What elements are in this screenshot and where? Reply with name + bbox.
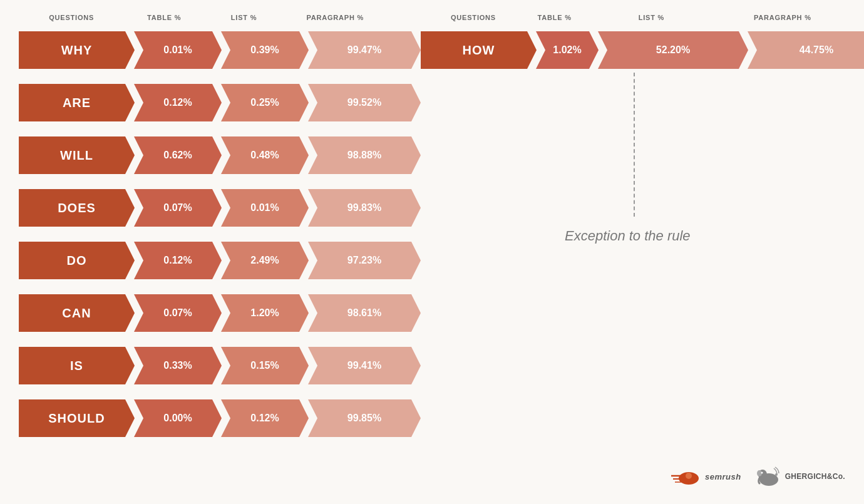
list-how: 52.20%: [598, 31, 748, 69]
table-will: 0.62%: [134, 136, 222, 174]
col-header-questions-2: QUESTIONS: [421, 11, 526, 23]
svg-point-8: [761, 472, 763, 474]
table-how: 1.02%: [536, 31, 599, 69]
row-does: DOES 0.07% 0.01% 99.83%: [19, 185, 421, 230]
label-will: WILL: [19, 136, 135, 174]
semrush-icon: [670, 467, 701, 486]
list-will: 0.48%: [221, 136, 309, 174]
right-panel: HOW 1.02% 52.20% 44.75% Exception to the…: [421, 28, 864, 448]
list-can: 1.20%: [221, 294, 309, 332]
exception-text: Exception to the rule: [565, 228, 691, 244]
table-is: 0.33%: [134, 347, 222, 384]
label-is: IS: [19, 347, 135, 384]
label-why: WHY: [19, 31, 135, 69]
para-how: 44.75%: [748, 31, 864, 69]
table-do: 0.12%: [134, 242, 222, 279]
para-are: 99.52%: [308, 84, 421, 121]
row-are: ARE 0.12% 0.25% 99.52%: [19, 80, 421, 125]
label-do: DO: [19, 242, 135, 279]
list-should: 0.12%: [221, 399, 309, 437]
label-are: ARE: [19, 84, 135, 121]
para-should: 99.85%: [308, 399, 421, 437]
list-does: 0.01%: [221, 189, 309, 227]
semrush-logo: SEMrush: [670, 467, 741, 486]
svg-point-9: [775, 473, 778, 476]
para-do: 97.23%: [308, 242, 421, 279]
row-why: WHY 0.01% 0.39% 99.47%: [19, 28, 421, 73]
table-are: 0.12%: [134, 84, 222, 121]
row-do: DO 0.12% 2.49% 97.23%: [19, 238, 421, 283]
table-should: 0.00%: [134, 399, 222, 437]
para-can: 98.61%: [308, 294, 421, 332]
row-can: CAN 0.07% 1.20% 98.61%: [19, 291, 421, 336]
col-header-table-2: TABLE %: [526, 11, 583, 23]
table-does: 0.07%: [134, 189, 222, 227]
list-do: 2.49%: [221, 242, 309, 279]
dashed-line: [634, 73, 635, 217]
col-header-para-1: PARAGRAPH %: [284, 11, 386, 23]
left-panel: WHY 0.01% 0.39% 99.47% ARE 0.12% 0.25% 9…: [19, 28, 421, 448]
table-can: 0.07%: [134, 294, 222, 332]
label-how: HOW: [421, 31, 537, 69]
col-header-questions-1: QUESTIONS: [19, 11, 124, 23]
svg-point-1: [686, 473, 692, 479]
table-why: 0.01%: [134, 31, 222, 69]
row-should: SHOULD 0.00% 0.12% 99.85%: [19, 396, 421, 441]
svg-point-7: [757, 470, 762, 476]
list-is: 0.15%: [221, 347, 309, 384]
row-is: IS 0.33% 0.15% 99.41%: [19, 343, 421, 388]
para-is: 99.41%: [308, 347, 421, 384]
row-how: HOW 1.02% 52.20% 44.75%: [421, 28, 864, 73]
label-can: CAN: [19, 294, 135, 332]
col-header-list-1: LIST %: [204, 11, 284, 23]
semrush-text: SEMrush: [705, 472, 741, 481]
col-header-list-2: LIST %: [583, 11, 719, 23]
ghergich-logo: GHERGICH&Co.: [756, 465, 845, 488]
para-why: 99.47%: [308, 31, 421, 69]
logos: SEMrush GHERGICH&Co.: [670, 465, 845, 488]
label-should: SHOULD: [19, 399, 135, 437]
list-why: 0.39%: [221, 31, 309, 69]
list-are: 0.25%: [221, 84, 309, 121]
para-does: 99.83%: [308, 189, 421, 227]
row-will: WILL 0.62% 0.48% 98.88%: [19, 133, 421, 178]
para-will: 98.88%: [308, 136, 421, 174]
col-header-para-2: PARAGRAPH %: [720, 11, 845, 23]
ghergich-icon: [756, 465, 781, 488]
ghergich-text: GHERGICH&Co.: [785, 472, 845, 481]
col-header-table-1: TABLE %: [124, 11, 203, 23]
label-does: DOES: [19, 189, 135, 227]
